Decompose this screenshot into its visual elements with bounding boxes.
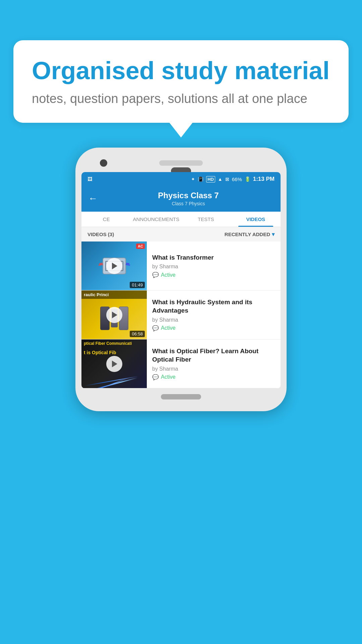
bubble-subtitle: notes, question papers, solutions all at… [32,92,330,106]
video-info-1: What is Transformer by Sharma 💬 Active [147,241,281,290]
optical-overlay-text1: ptical Fiber Communicati [81,339,147,347]
vibrate-icon: 📳 [198,176,203,182]
status-bar-left: 🖼 [87,176,92,182]
phone-device: 🖼 ✦ 📳 HD ▲ ⊠ 66% 🔋 1:13 PM ← [75,148,287,411]
video-item-1[interactable]: AC 01:49 What is Transformer by Sharma 💬 [81,241,281,290]
phone-screen: 🖼 ✦ 📳 HD ▲ ⊠ 66% 🔋 1:13 PM ← [81,172,281,388]
bluetooth-icon: ✦ [191,176,195,182]
status-bar: 🖼 ✦ 📳 HD ▲ ⊠ 66% 🔋 1:13 PM [81,172,281,186]
play-button-1[interactable] [106,258,122,274]
video-thumb-1: AC 01:49 [81,241,147,290]
phone-top-bezel [81,154,281,172]
videos-count: VIDEOS (3) [87,231,114,237]
home-indicator[interactable] [161,394,201,399]
video-info-2: What is Hydraulic System and its Advanta… [147,290,281,339]
header-main-title: Physics Class 7 [103,191,274,200]
hydraulic-overlay-text: raulic Princi [81,290,147,299]
phone-shell: 🖼 ✦ 📳 HD ▲ ⊠ 66% 🔋 1:13 PM ← [75,148,287,411]
video-item-3[interactable]: ptical Fiber Communicati t is Optical Fi… [81,339,281,388]
speaker-bar [159,160,203,166]
ac-tag-1: AC [136,244,145,249]
tab-videos[interactable]: VIDEOS [231,212,281,227]
video-title-3: What is Optical Fiber? Learn About Optic… [152,347,275,364]
hd-badge: HD [206,176,215,182]
back-button[interactable]: ← [88,193,98,204]
sort-button[interactable]: RECENTLY ADDED ▾ [225,231,275,237]
play-button-2[interactable] [106,307,122,323]
video-title-1: What is Transformer [152,254,275,262]
tab-tests[interactable]: TESTS [181,212,231,227]
video-title-2: What is Hydraulic System and its Advanta… [152,298,275,315]
header-title-block: Physics Class 7 Class 7 Physics [103,191,274,206]
wifi-icon: ▲ [218,176,223,182]
play-button-3[interactable] [106,356,122,372]
battery-percent: 66% [232,176,242,182]
video-author-1: by Sharma [152,264,275,270]
bubble-title: Organised study material [32,57,330,84]
tab-ce[interactable]: CE [81,212,131,227]
active-icon-3: 💬 [152,374,159,380]
duration-2: 06:58 [130,331,145,337]
video-thumb-2: raulic Princi 06:58 [81,290,147,339]
active-badge-1: 💬 Active [152,272,275,278]
app-header: ← Physics Class 7 Class 7 Physics [81,186,281,212]
image-icon: 🖼 [87,176,92,182]
status-bar-right: ✦ 📳 HD ▲ ⊠ 66% 🔋 1:13 PM [191,176,275,182]
signal-icon: ⊠ [225,176,229,182]
video-item-2[interactable]: raulic Princi 06:58 [81,290,281,339]
active-icon-1: 💬 [152,272,159,278]
phone-bottom-bezel [81,388,281,405]
video-author-2: by Sharma [152,317,275,323]
header-breadcrumb: Class 7 Physics [103,201,274,206]
clock: 1:13 PM [253,176,275,182]
camera-icon [100,159,107,167]
filter-bar: VIDEOS (3) RECENTLY ADDED ▾ [81,227,281,241]
active-badge-2: 💬 Active [152,325,275,331]
active-icon-2: 💬 [152,325,159,331]
duration-1: 01:49 [130,282,145,288]
sort-label: RECENTLY ADDED [225,231,270,237]
video-thumb-3: ptical Fiber Communicati t is Optical Fi… [81,339,147,388]
video-author-3: by Sharma [152,366,275,372]
video-info-3: What is Optical Fiber? Learn About Optic… [147,339,281,388]
chevron-down-icon: ▾ [272,231,275,237]
speech-bubble: Organised study material notes, question… [13,40,349,123]
tab-bar: CE ANNOUNCEMENTS TESTS VIDEOS [81,212,281,227]
tab-announcements[interactable]: ANNOUNCEMENTS [131,212,181,227]
active-badge-3: 💬 Active [152,374,275,380]
battery-icon: 🔋 [245,176,250,182]
